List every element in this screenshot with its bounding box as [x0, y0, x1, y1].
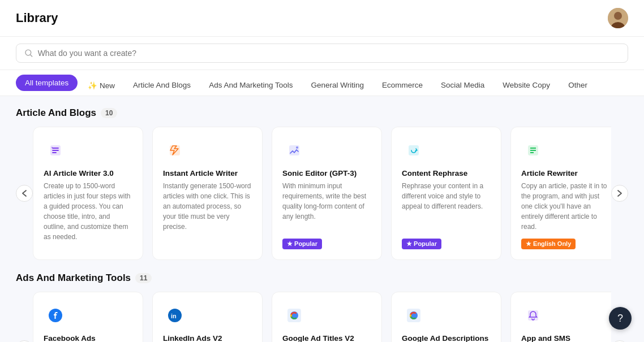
tab-other[interactable]: Other	[560, 76, 595, 94]
section-header-ads-marketing: Ads And Marketing Tools11	[16, 272, 628, 284]
card-title: Google Ad Descriptions V2	[402, 334, 491, 342]
search-icon	[24, 49, 33, 58]
card-sonic-editor[interactable]: Sonic Editor (GPT-3)With minimum input r…	[272, 127, 382, 260]
card-title: LinkedIn Ads V2	[163, 334, 252, 342]
card-google-ad-desc[interactable]: Google Ad Descriptions V2The best-perfor…	[391, 292, 501, 342]
card-title: Content Rephrase	[402, 169, 491, 178]
prev-arrow[interactable]	[16, 185, 33, 202]
top-bar: Library	[0, 0, 644, 37]
card-desc: With minimum input requirements, write t…	[282, 181, 371, 232]
section-article-blogs: Article And Blogs10AI Article Writer 3.0…	[16, 107, 628, 260]
section-title: Article And Blogs	[16, 107, 96, 119]
google-icon	[282, 304, 306, 327]
card-title: Google Ad Titles V2	[282, 334, 371, 342]
card-desc: Create up to 1500-word articles in just …	[44, 181, 132, 249]
tab-ecommerce[interactable]: Ecommerce	[374, 76, 431, 94]
section-ads-marketing: Ads And Marketing Tools11Facebook AdsFac…	[16, 272, 628, 342]
search-input[interactable]	[38, 49, 620, 58]
rephrase-icon	[402, 138, 426, 162]
cards-row-wrap: Facebook AdsFacebook ad copies that make…	[16, 292, 628, 342]
card-ai-article-writer[interactable]: AI Article Writer 3.0Create up to 1500-w…	[33, 127, 143, 260]
svg-point-1	[614, 12, 622, 20]
card-desc: Copy an article, paste it in to the prog…	[521, 181, 610, 232]
bell-icon	[521, 304, 545, 327]
cards-row: Facebook AdsFacebook ad copies that make…	[33, 292, 611, 342]
linkedin-icon: in	[163, 304, 187, 327]
svg-text:in: in	[171, 313, 177, 319]
cards-row: AI Article Writer 3.0Create up to 1500-w…	[33, 127, 611, 260]
facebook-icon	[44, 304, 67, 327]
card-desc: Instantly generate 1500-word articles wi…	[163, 181, 252, 249]
card-title: Instant Article Writer	[163, 169, 252, 178]
tab-new[interactable]: ✨ New	[80, 76, 123, 94]
card-title: Facebook Ads	[44, 334, 132, 342]
card-instant-article[interactable]: Instant Article WriterInstantly generate…	[152, 127, 263, 260]
card-title: App and SMS Notifications	[521, 334, 610, 342]
tab-website[interactable]: Website Copy	[495, 76, 558, 94]
instant-icon	[163, 138, 187, 162]
article-icon	[44, 138, 67, 162]
google2-icon	[402, 304, 426, 327]
card-title: Article Rewriter	[521, 169, 610, 178]
help-button[interactable]: ?	[609, 307, 632, 330]
tab-general[interactable]: General Writing	[303, 76, 372, 94]
section-title: Ads And Marketing Tools	[16, 272, 131, 284]
card-linkedin-ads[interactable]: inLinkedIn Ads V2Eye-catching ads that w…	[152, 292, 263, 342]
main-content: Article And Blogs10AI Article Writer 3.0…	[0, 96, 644, 342]
card-app-sms[interactable]: App and SMS NotificationsNotification me…	[510, 292, 611, 342]
cards-row-wrap: AI Article Writer 3.0Create up to 1500-w…	[16, 127, 628, 260]
tab-article[interactable]: Article And Blogs	[125, 76, 199, 94]
tab-all[interactable]: All templates	[16, 75, 78, 91]
rewriter-icon	[521, 138, 545, 162]
card-badge: ★ English Only	[521, 239, 576, 249]
search-wrap	[16, 44, 628, 63]
card-title: AI Article Writer 3.0	[44, 169, 132, 178]
card-desc: Rephrase your content in a different voi…	[402, 181, 491, 232]
card-title: Sonic Editor (GPT-3)	[282, 169, 371, 178]
svg-line-4	[30, 54, 32, 56]
card-article-rewriter[interactable]: Article RewriterCopy an article, paste i…	[510, 127, 611, 260]
tab-ads[interactable]: Ads And Marketing Tools	[201, 76, 300, 94]
card-badge: ★ Popular	[402, 239, 441, 249]
sonic-icon	[282, 138, 306, 162]
search-bar	[0, 37, 644, 70]
section-header-article-blogs: Article And Blogs10	[16, 107, 628, 119]
page-title: Library	[16, 11, 58, 25]
section-count: 11	[135, 273, 152, 283]
section-count: 10	[101, 108, 117, 118]
next-arrow[interactable]	[611, 185, 628, 202]
card-facebook-ads[interactable]: Facebook AdsFacebook ad copies that make…	[33, 292, 143, 342]
card-google-ad-titles[interactable]: Google Ad Titles V2Creating ads with uni…	[272, 292, 382, 342]
card-content-rephrase[interactable]: Content RephraseRephrase your content in…	[391, 127, 501, 260]
avatar[interactable]	[608, 8, 628, 28]
tab-social[interactable]: Social Media	[433, 76, 492, 94]
tabs-bar: All templates✨ NewArticle And BlogsAds A…	[0, 70, 644, 96]
svg-point-8	[296, 146, 298, 149]
card-badge: ★ Popular	[282, 239, 322, 249]
